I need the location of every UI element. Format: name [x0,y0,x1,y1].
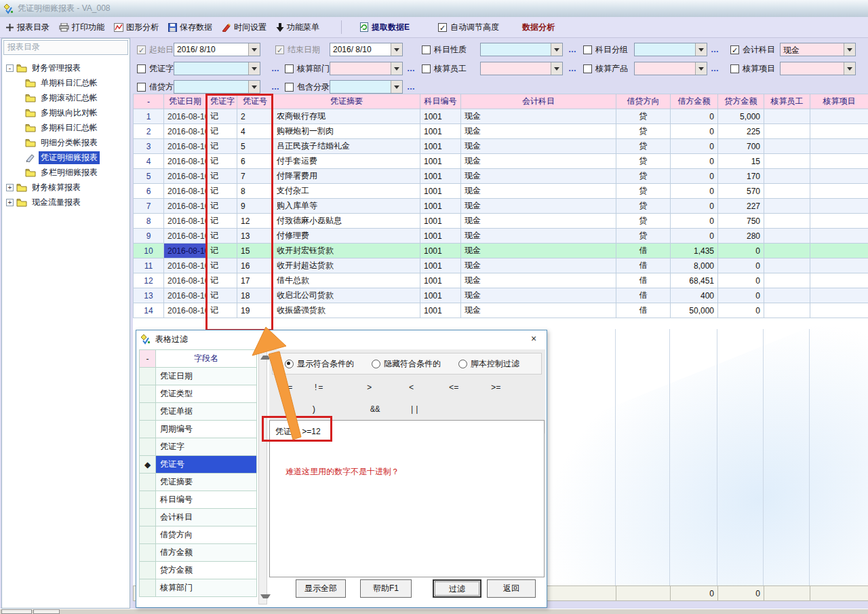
include-entry-checkbox[interactable]: 包含分录 [285,81,330,93]
save-button[interactable]: 保存数据 [168,22,212,33]
arrow-down-icon [276,23,284,32]
start-date-select[interactable]: 2016/ 8/10 [174,43,260,56]
scrollbar-segment[interactable] [33,609,60,614]
field-row[interactable]: 凭证日期 [140,368,257,385]
tree-node[interactable]: 多期纵向比对帐 [2,105,130,120]
field-row[interactable]: 科目编号 [140,491,257,509]
app-icon [3,3,14,14]
field-row[interactable]: 凭证类型 [140,385,257,403]
employee-select[interactable] [480,62,563,75]
more-button[interactable]: … [568,64,577,73]
op-gt-button[interactable]: > [367,383,372,393]
folder-icon [25,109,36,117]
field-row[interactable]: 借方金额 [140,544,257,562]
field-row[interactable]: 凭证单据 [140,403,257,421]
window-title: 凭证明细账报表 - VA_008 [18,3,110,14]
folder-icon [25,138,36,147]
field-row[interactable]: 贷方金额 [140,562,257,579]
op-gte-button[interactable]: >= [491,383,500,393]
project-select[interactable] [780,62,856,75]
tree-node[interactable]: 多栏明细账报表 [2,165,130,180]
menu-button[interactable]: 功能菜单 [276,22,319,33]
print-button[interactable]: 打印功能 [59,22,104,33]
op-lte-button[interactable]: <= [449,383,458,393]
collapse-icon[interactable]: - [6,64,14,72]
end-date-select[interactable]: 2016/ 8/10 [330,43,403,56]
tree-node-finance-accounting[interactable]: + 财务核算报表 [2,180,130,195]
field-row[interactable]: 借贷方向 [140,526,257,544]
tree-node-voucher-detail-selected[interactable]: 凭证明细账报表 [2,150,130,165]
op-or-button[interactable]: || [410,405,419,415]
expand-icon[interactable]: + [6,184,14,191]
extract-data-button[interactable]: 提取数据E [359,22,410,33]
field-row-selected[interactable]: ◆凭证号 [140,456,257,474]
field-list: -字段名 凭证日期 凭证类型 凭证单据 周期编号 凭证字 ◆凭证号 凭证摘要 科… [139,349,257,597]
product-select[interactable] [634,62,707,75]
chevron-down-icon [844,62,855,75]
filter-button[interactable]: 过滤 [433,579,481,598]
subject-group-select[interactable] [634,43,707,56]
field-row[interactable]: 会计科目 [140,509,257,526]
tree-node[interactable]: 多期滚动汇总帐 [2,90,130,105]
back-button[interactable]: 返回 [487,579,536,598]
data-analysis-link[interactable]: 数据分析 [522,22,555,33]
include-entry-select[interactable] [330,80,403,94]
field-row[interactable]: 凭证摘要 [140,474,257,491]
scrollbar-thumb[interactable] [1,609,32,614]
field-row[interactable]: 凭证字 [140,438,257,456]
tree-node-finance-mgmt[interactable]: - 财务管理报表 [2,60,130,75]
product-checkbox[interactable]: 核算产品 [583,62,628,75]
more-button[interactable]: … [407,64,416,73]
annotation-note: 难道这里用的数字不是十进制？ [285,466,399,478]
background-watermark [492,298,868,601]
op-and-button[interactable]: && [370,405,380,415]
radio-hide-matching[interactable]: 隐藏符合条件的 [372,358,441,370]
expand-icon[interactable]: + [6,199,14,206]
time-settings-button[interactable]: 时间设置 [222,22,267,33]
more-button[interactable]: … [568,45,577,54]
more-button[interactable]: … [271,82,280,92]
tree-node[interactable]: 明细分类帐报表 [2,135,130,150]
subject-nature-select[interactable] [480,43,563,56]
scroll-down-icon[interactable] [260,594,271,601]
folder-icon [25,168,36,177]
report-dir-button[interactable]: 报表目录 [5,22,50,33]
subject-group-checkbox[interactable]: 科目分组 [583,43,628,56]
tree-node[interactable]: 单期科目汇总帐 [2,75,130,90]
graph-button[interactable]: 图形分析 [114,22,159,33]
more-button[interactable]: … [711,64,719,73]
voucher-word-select[interactable] [174,62,260,75]
end-date-checkbox[interactable]: ✓ 结束日期 [275,43,320,56]
radio-script-filter[interactable]: 脚本控制过滤 [458,358,519,370]
op-lt-button[interactable]: < [409,383,414,393]
subject-nature-checkbox[interactable]: 科目性质 [422,43,467,56]
employee-checkbox[interactable]: 核算员工 [422,62,467,75]
printer-icon [59,23,69,32]
close-icon[interactable]: × [528,333,540,345]
chevron-down-icon [248,62,260,75]
horizontal-scrollbar[interactable] [0,609,868,614]
direction-select[interactable] [174,80,260,94]
more-button[interactable]: … [711,45,719,54]
table-filter-dialog: 表格过滤 × -字段名 凭证日期 凭证类型 凭证单据 周期编号 凭证字 ◆凭证号… [136,330,547,608]
project-checkbox[interactable]: 核算项目 [730,62,775,75]
catalog-header-field[interactable]: 报表目录 [3,40,128,55]
field-row[interactable]: 核算部门 [140,579,257,597]
voucher-word-checkbox[interactable]: 凭证字 [137,62,174,75]
account-subject-checkbox[interactable]: ✓ 会计科目 [730,43,775,56]
more-button[interactable]: … [271,64,280,73]
tree-node-cash-flow[interactable]: + 现金流量报表 [2,195,130,210]
show-all-button[interactable]: 显示全部 [296,579,346,598]
account-subject-select[interactable]: 现金 [780,43,856,56]
chevron-down-icon [391,81,402,93]
filter-panel: ✓ 起始日期 2016/ 8/10 ✓ 结束日期 2016/ 8/10 科目性质… [133,38,868,94]
help-button[interactable]: 帮助F1 [360,579,412,598]
dept-checkbox[interactable]: 核算部门 [285,62,330,75]
folder-icon [16,183,27,192]
auto-height-checkbox[interactable]: ✓ 自动调节高度 [438,22,499,33]
field-row[interactable]: 周期编号 [140,421,257,438]
more-button[interactable]: … [407,82,416,92]
folder-icon [25,79,36,88]
dept-select[interactable] [330,62,403,75]
tree-node[interactable]: 多期科目汇总帐 [2,120,130,135]
